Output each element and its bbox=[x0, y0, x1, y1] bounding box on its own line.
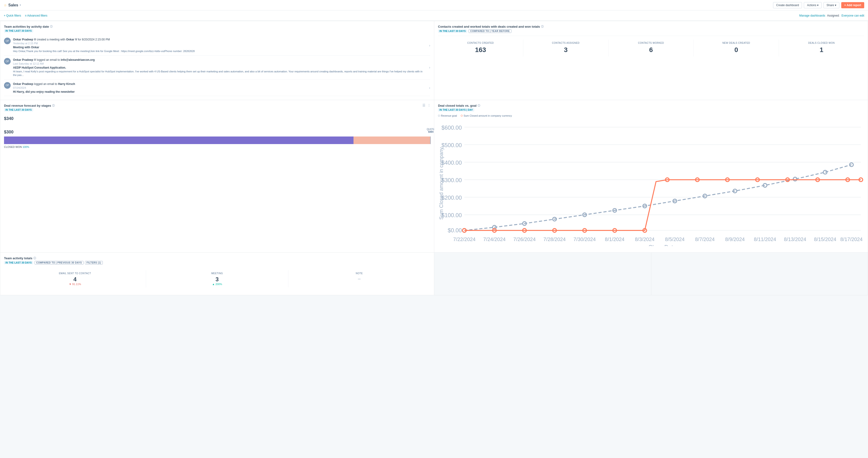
empty-card-2 bbox=[651, 253, 868, 295]
add-report-button[interactable]: + Add report bbox=[841, 2, 864, 8]
total-label: EMAIL SENT TO CONTACT bbox=[6, 272, 144, 275]
title-dropdown-icon[interactable]: ▾ bbox=[20, 4, 21, 7]
team-activities-card: Team activities by activity date ⓘ IN TH… bbox=[0, 21, 434, 100]
total-label: MEETING bbox=[148, 272, 286, 275]
manage-dashboards-link[interactable]: Manage dashboards bbox=[799, 14, 825, 17]
total-email: EMAIL SENT TO CONTACT 4 ▼ 91.11% bbox=[4, 270, 146, 288]
quick-filters-button[interactable]: + Quick filters bbox=[4, 14, 21, 17]
chevron-right-icon[interactable]: › bbox=[429, 66, 430, 69]
team-totals-filter-tag[interactable]: FILTERS (1) bbox=[85, 261, 103, 264]
svg-text:7/28/2024: 7/28/2024 bbox=[544, 236, 566, 242]
team-activities-time-tag[interactable]: IN THE LAST 30 DAYS bbox=[4, 29, 33, 32]
svg-text:$300.00: $300.00 bbox=[441, 177, 462, 183]
team-totals-compare-tag[interactable]: COMPARED TO | PREVIOUS 30 DAYS bbox=[35, 261, 84, 264]
team-activities-title: Team activities by activity date ⓘ bbox=[4, 25, 430, 28]
activity-header: Onkar Pradeep logged an email to Harry K… bbox=[13, 82, 427, 86]
chevron-right-icon[interactable]: › bbox=[429, 86, 430, 90]
bar-open bbox=[353, 136, 430, 144]
star-icon[interactable]: ☆ bbox=[4, 3, 7, 7]
activity-time: 07/24/2024 bbox=[13, 86, 427, 89]
activity-item: OP Onkar Pradeep V created a meeting wit… bbox=[4, 35, 430, 56]
deal-forecast-subtitle: IN THE LAST 30 DAYS bbox=[4, 108, 430, 111]
bottom-right-area bbox=[434, 253, 868, 295]
create-dashboard-button[interactable]: Create dashboard bbox=[773, 2, 802, 8]
avatar: OP bbox=[4, 38, 11, 44]
main-grid: Team activities by activity date ⓘ IN TH… bbox=[0, 21, 868, 295]
forecast-amount-top: $340 bbox=[4, 116, 430, 121]
svg-text:$600.00: $600.00 bbox=[441, 125, 462, 131]
deal-forecast-card: Deal revenue forecast by stages ⓘ IN THE… bbox=[0, 100, 434, 253]
forecast-legend: CLOSED WON 100% bbox=[4, 145, 430, 148]
activity-subject: Meeting with Onkar bbox=[13, 46, 427, 49]
metric-value: 3 bbox=[524, 46, 607, 54]
team-totals-info-icon[interactable]: ⓘ bbox=[33, 256, 36, 260]
chart-legend: Revenue goal Sum Closed amount in compan… bbox=[438, 114, 864, 117]
team-totals-time-tag[interactable]: IN THE LAST 30 DAYS bbox=[4, 261, 33, 264]
assigned-value[interactable]: Everyone can edit bbox=[841, 14, 864, 17]
activity-subject: Hi Harry, did you enjoy reading the news… bbox=[13, 90, 427, 93]
team-totals-card: Team activity totals ⓘ IN THE LAST 30 DA… bbox=[0, 253, 434, 295]
empty-card-1 bbox=[434, 253, 651, 295]
share-button[interactable]: Share ▾ bbox=[824, 2, 839, 8]
quota-marker: QUOTA $484 bbox=[427, 128, 434, 133]
actions-button[interactable]: Actions ▾ bbox=[804, 2, 822, 8]
more-icon[interactable]: ⋮ bbox=[427, 103, 431, 107]
chevron-right-icon[interactable]: › bbox=[429, 43, 430, 47]
svg-text:8/3/2024: 8/3/2024 bbox=[635, 236, 655, 242]
team-activities-subtitle: IN THE LAST 30 DAYS bbox=[4, 29, 430, 32]
page-title: Sales bbox=[8, 3, 18, 7]
deal-forecast-time-tag[interactable]: IN THE LAST 30 DAYS bbox=[4, 108, 33, 111]
total-note: NOTE – bbox=[288, 270, 430, 288]
activity-time: Yesterday at 2:15 PM bbox=[13, 42, 427, 45]
contacts-info-icon[interactable]: ⓘ bbox=[541, 25, 544, 28]
total-label: NOTE bbox=[290, 272, 428, 275]
metric-label: CONTACTS WORKED bbox=[610, 42, 692, 44]
contacts-compare-tag[interactable]: COMPARED TO | YEAR BEFORE bbox=[469, 29, 512, 33]
activity-header: Onkar Pradeep V created a meeting with O… bbox=[13, 38, 427, 42]
chart-svg: $600.00 $500.00 $400.00 $300.00 $200.00 … bbox=[438, 121, 864, 246]
metric-value: 0 bbox=[695, 46, 778, 54]
top-bar: ☆ Sales ▾ Create dashboard Actions ▾ Sha… bbox=[0, 0, 868, 10]
deal-closed-info-icon[interactable]: ⓘ bbox=[477, 104, 480, 107]
advanced-filters-button[interactable]: ≡ Advanced filters bbox=[25, 14, 48, 17]
deal-forecast-info-icon[interactable]: ⓘ bbox=[52, 104, 55, 107]
svg-text:$0.00: $0.00 bbox=[448, 227, 462, 233]
totals-metrics: EMAIL SENT TO CONTACT 4 ▼ 91.11% MEETING… bbox=[4, 270, 430, 288]
avatar: OP bbox=[4, 82, 11, 89]
svg-text:8/15/2024: 8/15/2024 bbox=[814, 236, 836, 242]
contacts-title: Contacts created and worked totals with … bbox=[438, 25, 864, 28]
legend-dot-grey bbox=[438, 115, 440, 117]
svg-text:$500.00: $500.00 bbox=[441, 142, 462, 148]
metric-deals-closed: DEALS CLOSED WON 1 bbox=[779, 40, 864, 57]
svg-text:8/7/2024: 8/7/2024 bbox=[695, 236, 715, 242]
total-change: ▼ 91.11% bbox=[6, 283, 144, 286]
legend-sum-closed: Sum Closed amount in company currency bbox=[461, 114, 512, 117]
svg-text:7/24/2024: 7/24/2024 bbox=[483, 236, 505, 242]
metric-contacts-worked: CONTACTS WORKED 6 bbox=[609, 40, 694, 57]
metric-contacts-created: CONTACTS CREATED 163 bbox=[438, 40, 523, 57]
svg-text:7/22/2024: 7/22/2024 bbox=[453, 236, 475, 242]
top-bar-right: Create dashboard Actions ▾ Share ▾ + Add… bbox=[773, 2, 864, 8]
svg-text:8/17/2024: 8/17/2024 bbox=[840, 236, 863, 242]
svg-text:8/13/2024: 8/13/2024 bbox=[784, 236, 806, 242]
team-activities-info-icon[interactable]: ⓘ bbox=[50, 25, 53, 28]
legend-revenue-goal: Revenue goal bbox=[438, 114, 457, 117]
svg-text:$100.00: $100.00 bbox=[441, 212, 462, 218]
total-change: ▲ 200% bbox=[148, 283, 286, 286]
deal-closed-time-tag[interactable]: IN THE LAST 30 DAYS | DAY bbox=[438, 108, 474, 111]
team-totals-title: Team activity totals ⓘ bbox=[4, 256, 430, 260]
filter-left: + Quick filters ≡ Advanced filters bbox=[4, 14, 48, 17]
filter-bar: + Quick filters ≡ Advanced filters Manag… bbox=[0, 10, 868, 21]
activity-body: Hey Onkar,Thank you for booking this cal… bbox=[13, 50, 427, 53]
contacts-card: Contacts created and worked totals with … bbox=[434, 21, 868, 100]
metric-value: 163 bbox=[439, 46, 522, 54]
activity-content: Onkar Pradeep logged an email to Harry K… bbox=[13, 82, 427, 93]
activity-list: OP Onkar Pradeep V created a meeting wit… bbox=[4, 35, 430, 96]
metric-label: CONTACTS ASSIGNED bbox=[524, 42, 607, 44]
deal-closed-subtitle: IN THE LAST 30 DAYS | DAY bbox=[438, 108, 864, 111]
team-totals-subtitle: IN THE LAST 30 DAYS COMPARED TO | PREVIO… bbox=[4, 261, 430, 264]
list-icon[interactable]: ☰ bbox=[423, 103, 426, 107]
metric-value: 6 bbox=[610, 46, 692, 54]
contacts-time-tag[interactable]: IN THE LAST 30 DAYS bbox=[438, 30, 467, 33]
quota-line bbox=[430, 136, 431, 144]
